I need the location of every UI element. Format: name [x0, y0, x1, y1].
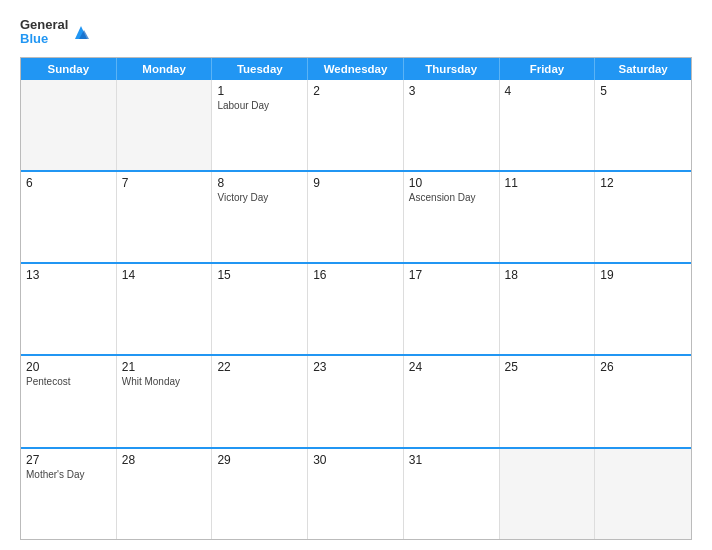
day-event: Ascension Day	[409, 192, 494, 203]
calendar-cell: 30	[308, 449, 404, 539]
calendar-header-row: Sunday Monday Tuesday Wednesday Thursday…	[21, 58, 691, 80]
day-number: 11	[505, 176, 590, 190]
calendar-cell: 3	[404, 80, 500, 170]
logo-icon	[70, 21, 92, 43]
day-number: 4	[505, 84, 590, 98]
day-number: 8	[217, 176, 302, 190]
calendar-cell: 7	[117, 172, 213, 262]
calendar-cell	[21, 80, 117, 170]
calendar-cell: 26	[595, 356, 691, 446]
header: GeneralBlue	[20, 18, 692, 47]
day-number: 26	[600, 360, 686, 374]
calendar-cell: 31	[404, 449, 500, 539]
calendar-body: 1Labour Day2345678Victory Day910Ascensio…	[21, 80, 691, 539]
day-number: 29	[217, 453, 302, 467]
day-number: 14	[122, 268, 207, 282]
calendar-week-3: 13141516171819	[21, 262, 691, 354]
day-event: Pentecost	[26, 376, 111, 387]
calendar-cell: 23	[308, 356, 404, 446]
calendar-cell	[117, 80, 213, 170]
calendar-cell: 13	[21, 264, 117, 354]
day-number: 5	[600, 84, 686, 98]
day-number: 31	[409, 453, 494, 467]
day-number: 20	[26, 360, 111, 374]
header-wednesday: Wednesday	[308, 58, 404, 80]
day-number: 24	[409, 360, 494, 374]
day-event: Labour Day	[217, 100, 302, 111]
header-thursday: Thursday	[404, 58, 500, 80]
calendar-cell: 19	[595, 264, 691, 354]
day-number: 6	[26, 176, 111, 190]
day-number: 2	[313, 84, 398, 98]
day-number: 13	[26, 268, 111, 282]
day-number: 9	[313, 176, 398, 190]
day-number: 23	[313, 360, 398, 374]
calendar-cell: 20Pentecost	[21, 356, 117, 446]
logo: GeneralBlue	[20, 18, 92, 47]
calendar-cell: 21Whit Monday	[117, 356, 213, 446]
calendar: Sunday Monday Tuesday Wednesday Thursday…	[20, 57, 692, 540]
day-number: 16	[313, 268, 398, 282]
day-number: 28	[122, 453, 207, 467]
day-number: 21	[122, 360, 207, 374]
calendar-cell: 17	[404, 264, 500, 354]
day-number: 12	[600, 176, 686, 190]
calendar-cell: 4	[500, 80, 596, 170]
calendar-cell: 6	[21, 172, 117, 262]
calendar-cell: 10Ascension Day	[404, 172, 500, 262]
day-number: 25	[505, 360, 590, 374]
calendar-cell: 8Victory Day	[212, 172, 308, 262]
calendar-cell: 16	[308, 264, 404, 354]
header-saturday: Saturday	[595, 58, 691, 80]
logo-blue-text: Blue	[20, 31, 48, 46]
calendar-cell: 24	[404, 356, 500, 446]
calendar-cell	[500, 449, 596, 539]
day-event: Victory Day	[217, 192, 302, 203]
day-number: 3	[409, 84, 494, 98]
header-monday: Monday	[117, 58, 213, 80]
header-friday: Friday	[500, 58, 596, 80]
calendar-cell: 11	[500, 172, 596, 262]
logo-text: GeneralBlue	[20, 18, 68, 47]
day-event: Mother's Day	[26, 469, 111, 480]
calendar-cell: 22	[212, 356, 308, 446]
day-number: 27	[26, 453, 111, 467]
calendar-cell: 2	[308, 80, 404, 170]
calendar-cell	[595, 449, 691, 539]
calendar-week-4: 20Pentecost21Whit Monday2223242526	[21, 354, 691, 446]
calendar-cell: 1Labour Day	[212, 80, 308, 170]
calendar-cell: 5	[595, 80, 691, 170]
calendar-cell: 27Mother's Day	[21, 449, 117, 539]
day-number: 10	[409, 176, 494, 190]
calendar-cell: 9	[308, 172, 404, 262]
calendar-cell: 14	[117, 264, 213, 354]
header-sunday: Sunday	[21, 58, 117, 80]
header-tuesday: Tuesday	[212, 58, 308, 80]
calendar-cell: 15	[212, 264, 308, 354]
page: GeneralBlue Sunday Monday Tuesday Wednes…	[0, 0, 712, 550]
calendar-week-2: 678Victory Day910Ascension Day1112	[21, 170, 691, 262]
day-number: 17	[409, 268, 494, 282]
day-number: 19	[600, 268, 686, 282]
day-number: 1	[217, 84, 302, 98]
calendar-cell: 29	[212, 449, 308, 539]
calendar-cell: 28	[117, 449, 213, 539]
day-number: 15	[217, 268, 302, 282]
day-number: 7	[122, 176, 207, 190]
day-event: Whit Monday	[122, 376, 207, 387]
calendar-cell: 18	[500, 264, 596, 354]
calendar-cell: 12	[595, 172, 691, 262]
calendar-week-5: 27Mother's Day28293031	[21, 447, 691, 539]
calendar-week-1: 1Labour Day2345	[21, 80, 691, 170]
calendar-cell: 25	[500, 356, 596, 446]
day-number: 18	[505, 268, 590, 282]
day-number: 22	[217, 360, 302, 374]
day-number: 30	[313, 453, 398, 467]
